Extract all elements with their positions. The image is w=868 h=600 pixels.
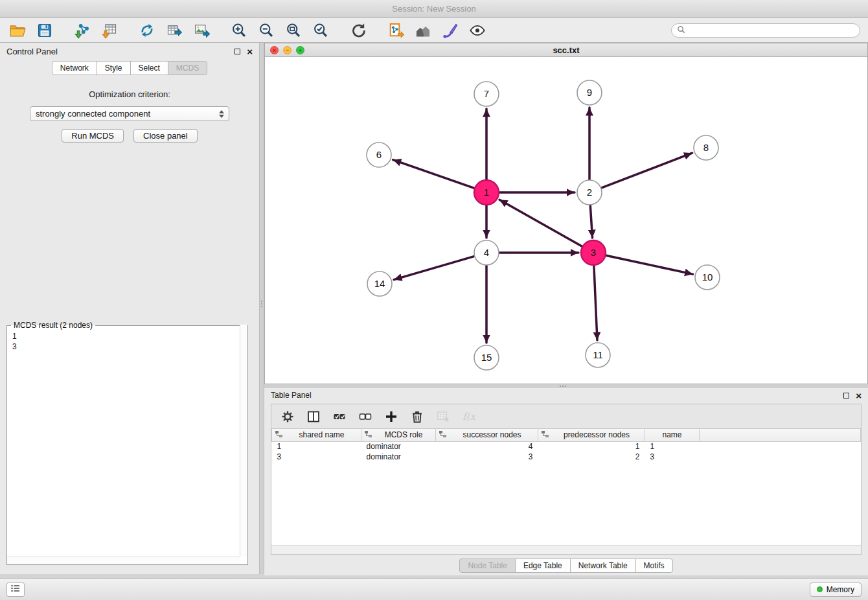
tab-mcds[interactable]: MCDS <box>168 61 207 75</box>
network-view-window: × − + scc.txt 7968124314101511 <box>264 43 868 384</box>
column-header-mcds-role[interactable]: MCDS role <box>361 429 436 441</box>
tab-network-table[interactable]: Network Table <box>570 559 636 573</box>
mcds-result-title: MCDS result (2 nodes) <box>11 321 95 330</box>
cell-predecessor-nodes[interactable]: 2 <box>538 452 645 462</box>
graph-node-14[interactable]: 14 <box>367 271 392 296</box>
minimize-window-icon[interactable]: − <box>283 46 291 54</box>
graph-node-15[interactable]: 15 <box>474 345 499 370</box>
import-table-button[interactable] <box>100 21 119 40</box>
table-row[interactable]: 1 dominator 4 1 1 <box>272 441 861 452</box>
vertical-splitter[interactable] <box>259 43 264 574</box>
eye-button[interactable] <box>468 21 487 40</box>
search-input[interactable] <box>689 26 854 35</box>
float-panel-icon[interactable] <box>843 393 849 398</box>
graph-node-label: 2 <box>587 187 592 198</box>
graph-node-6[interactable]: 6 <box>367 143 391 167</box>
apply-layout-button[interactable] <box>348 21 368 40</box>
graph-node-11[interactable]: 11 <box>586 343 610 367</box>
main-toolbar <box>0 18 868 43</box>
tab-network[interactable]: Network <box>52 61 97 75</box>
save-session-button[interactable] <box>35 21 54 40</box>
cell-name[interactable]: 3 <box>645 452 700 462</box>
close-window-icon[interactable]: × <box>270 46 279 54</box>
select-all-button[interactable] <box>331 408 348 425</box>
result-vertical-scrollbar[interactable] <box>240 325 247 557</box>
zoom-selected-button[interactable] <box>311 21 330 40</box>
list-icon <box>10 584 21 595</box>
graph-node-1[interactable]: 1 <box>474 180 499 205</box>
style-brush-icon <box>442 22 459 39</box>
graph-node-label: 15 <box>481 352 492 363</box>
graph-node-3[interactable]: 3 <box>581 240 606 265</box>
graph-edge-3-10[interactable] <box>606 255 693 274</box>
network-doc-button[interactable] <box>386 21 405 40</box>
table-header-row: shared name MCDS role successor nodes pr… <box>272 429 861 441</box>
add-column-button[interactable] <box>383 408 400 425</box>
column-header-successor-nodes[interactable]: successor nodes <box>436 429 538 441</box>
style-brush-button[interactable] <box>440 21 460 40</box>
home-button[interactable] <box>413 21 433 40</box>
tab-node-table[interactable]: Node Table <box>459 559 516 573</box>
graph-edge-2-3[interactable] <box>590 205 592 238</box>
run-mcds-button[interactable]: Run MCDS <box>62 129 124 143</box>
column-header-predecessor-nodes[interactable]: predecessor nodes <box>538 429 645 441</box>
memory-button[interactable]: Memory <box>810 583 862 597</box>
close-panel-icon[interactable]: × <box>856 391 862 400</box>
table-row[interactable]: 3 dominator 3 2 3 <box>272 452 861 462</box>
open-session-icon <box>9 22 26 39</box>
cell-shared-name[interactable]: 3 <box>272 452 361 462</box>
zoom-window-icon[interactable]: + <box>296 46 304 54</box>
close-panel-button[interactable]: Close panel <box>133 129 198 143</box>
export-network-button[interactable] <box>137 21 157 40</box>
panel-menu-button[interactable] <box>6 583 25 597</box>
cell-name[interactable]: 1 <box>645 441 700 452</box>
open-session-button[interactable] <box>8 21 27 40</box>
graph-edge-3-11[interactable] <box>594 266 597 340</box>
graph-edge-3-1[interactable] <box>499 200 582 246</box>
tab-select[interactable]: Select <box>130 61 168 75</box>
criterion-value: strongly connected component <box>36 109 217 119</box>
criterion-dropdown[interactable]: strongly connected component <box>30 106 229 121</box>
node-table-container: f(x) shared name MCDS role successor nod… <box>271 404 862 555</box>
column-header-name[interactable]: name <box>645 429 700 441</box>
gear-button[interactable] <box>279 408 296 425</box>
zoom-out-button[interactable] <box>257 21 276 40</box>
graph-edge-1-6[interactable] <box>393 160 474 189</box>
toolbar-search[interactable] <box>671 23 860 38</box>
zoom-in-button[interactable] <box>229 21 249 40</box>
table-panel: Table Panel × f(x) shared name MCDS role… <box>264 388 868 575</box>
network-canvas-svg[interactable]: 7968124314101511 <box>265 57 867 384</box>
tab-style[interactable]: Style <box>97 61 131 75</box>
mcds-result-box: MCDS result (2 nodes) 1 3 <box>6 321 248 565</box>
close-panel-icon[interactable]: × <box>247 47 253 56</box>
graph-node-4[interactable]: 4 <box>474 240 499 265</box>
cell-predecessor-nodes[interactable]: 1 <box>538 441 645 452</box>
cell-successor-nodes[interactable]: 3 <box>436 452 538 462</box>
graph-node-2[interactable]: 2 <box>577 180 602 205</box>
columns-button[interactable] <box>305 408 322 425</box>
graph-node-10[interactable]: 10 <box>695 265 720 290</box>
graph-node-7[interactable]: 7 <box>474 82 499 106</box>
deselect-all-button[interactable] <box>357 408 374 425</box>
table-horizontal-scrollbar[interactable] <box>271 545 861 554</box>
column-type-icon <box>541 430 549 440</box>
result-horizontal-scrollbar[interactable] <box>7 557 240 564</box>
zoom-fit-button[interactable] <box>284 21 303 40</box>
network-doc-icon <box>387 22 404 39</box>
cell-successor-nodes[interactable]: 4 <box>436 441 538 452</box>
cell-mcds-role[interactable]: dominator <box>361 441 436 452</box>
graph-edge-2-8[interactable] <box>602 153 692 188</box>
tab-motifs[interactable]: Motifs <box>635 559 673 573</box>
graph-node-8[interactable]: 8 <box>694 135 718 160</box>
column-header-shared-name[interactable]: shared name <box>272 429 361 441</box>
export-image-button[interactable] <box>192 21 211 40</box>
cell-shared-name[interactable]: 1 <box>272 441 361 452</box>
tab-edge-table[interactable]: Edge Table <box>515 559 571 573</box>
float-panel-icon[interactable] <box>234 49 240 54</box>
delete-column-button[interactable] <box>409 408 426 425</box>
import-network-button[interactable] <box>73 21 92 40</box>
cell-mcds-role[interactable]: dominator <box>361 452 436 462</box>
export-table-button[interactable] <box>165 21 184 40</box>
graph-edge-4-14[interactable] <box>394 257 474 280</box>
graph-node-9[interactable]: 9 <box>577 80 602 105</box>
